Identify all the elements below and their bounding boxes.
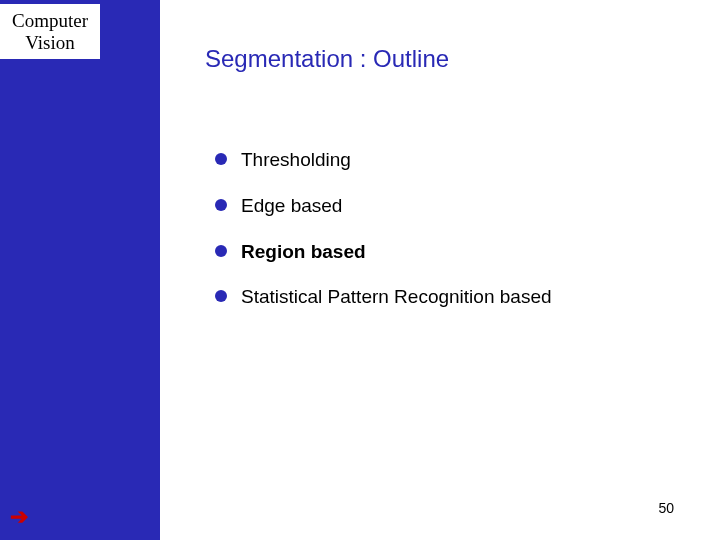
slide-main: Segmentation : Outline ThresholdingEdge …	[160, 0, 720, 540]
course-title-box: Computer Vision	[0, 4, 100, 59]
course-title: Computer Vision	[4, 10, 96, 54]
list-item: Region based	[215, 240, 690, 264]
slide-title: Segmentation : Outline	[205, 45, 690, 73]
page-number: 50	[658, 500, 674, 516]
list-item: Statistical Pattern Recognition based	[215, 285, 690, 309]
bullet-list: ThresholdingEdge basedRegion basedStatis…	[205, 148, 690, 309]
list-item-text: Region based	[241, 241, 366, 262]
list-item: Thresholding	[215, 148, 690, 172]
list-item-text: Thresholding	[241, 149, 351, 170]
sidebar: Computer Vision ➔	[0, 0, 160, 540]
list-item: Edge based	[215, 194, 690, 218]
list-item-text: Edge based	[241, 195, 342, 216]
arrow-icon: ➔	[10, 506, 32, 528]
list-item-text: Statistical Pattern Recognition based	[241, 286, 552, 307]
